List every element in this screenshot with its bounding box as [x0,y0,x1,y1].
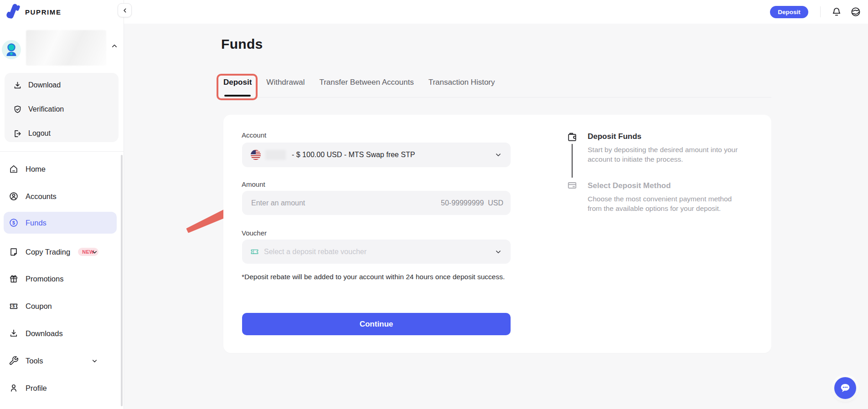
funds-dollar-icon: $ [9,218,19,228]
account-select-value: - $ 100.00 USD - MTS Swap free STP [292,151,415,159]
puprime-logo-icon [5,4,21,20]
sidebar-item-home[interactable]: Home [0,159,119,179]
sidebar-item-label: Home [26,165,46,174]
us-flag-icon [251,150,261,160]
deposit-rebate-note: *Deposit rebate will be added to your ac… [242,273,505,281]
language-globe-icon[interactable] [850,6,862,18]
wrench-icon [9,356,19,366]
amount-range-hint: 50-99999999 USD [441,199,511,207]
live-chat-button[interactable] [834,377,856,399]
sidebar-item-funds[interactable]: $ Funds [4,212,117,234]
menu-item-label: Verification [28,105,64,113]
menu-item-download[interactable]: Download [13,78,61,92]
tab-withdrawal[interactable]: Withdrawal [266,78,305,87]
sidebar-item-accounts[interactable]: Accounts [0,186,119,206]
account-number-redacted [265,150,286,160]
chevron-up-icon[interactable] [110,42,119,50]
select-deposit-method-step-icon [567,180,578,191]
user-avatar[interactable] [2,40,21,59]
menu-item-verification[interactable]: Verification [13,102,64,116]
amount-field: 50-99999999 USD [242,191,511,215]
sidebar-item-label: Promotions [26,275,63,283]
step-connector-line [572,144,573,178]
topbar-actions: Deposit [770,0,862,24]
menu-item-label: Download [28,81,61,89]
sidebar-item-coupon[interactable]: $ Coupon [0,296,119,316]
account-select[interactable]: - $ 100.00 USD - MTS Swap free STP [242,143,511,167]
sidebar-item-label: Downloads [26,329,63,338]
tabs-divider [222,97,771,97]
sidebar-item-label: Accounts [26,192,57,201]
chevron-down-icon [91,357,98,365]
voucher-select-placeholder: Select a deposit rebate voucher [264,248,367,256]
menu-item-logout[interactable]: Logout [13,127,51,140]
voucher-ticket-icon [250,247,259,256]
sidebar-item-label: Tools [26,357,43,365]
sidebar-item-label: Copy Trading [26,248,70,256]
deposit-funds-step-icon [567,132,578,143]
profile-dropdown-menu: Download Verification Logout [5,73,119,142]
active-tab-underline [224,95,251,97]
coupon-ticket-icon: $ [9,301,19,311]
notifications-bell-icon[interactable] [831,6,842,18]
home-icon [9,164,19,174]
sidebar-item-downloads[interactable]: Downloads [0,323,119,343]
tab-transfer-between-accounts[interactable]: Transfer Between Accounts [319,78,413,87]
sidebar-item-label: Coupon [26,302,52,311]
download-icon [13,81,22,90]
step-title-select-deposit-method: Select Deposit Method [588,181,671,190]
puprime-logo: PUPRIME [5,4,62,20]
logout-icon [13,129,22,138]
shield-check-icon [13,105,22,114]
account-label: Account [242,131,266,139]
chevron-left-icon [121,7,129,14]
step-title-deposit-funds: Deposit Funds [588,132,641,141]
page-title: Funds [221,36,263,52]
chat-bubble-icon [839,382,852,394]
step-desc-select-deposit-method: Choose the most convenient payment metho… [588,194,743,213]
continue-button[interactable]: Continue [242,313,511,335]
topbar-deposit-button[interactable]: Deposit [770,6,808,18]
sidebar-scrollbar[interactable] [121,155,123,406]
svg-text:$: $ [12,220,15,225]
copy-trading-icon [9,247,19,257]
gift-icon [9,274,19,284]
topbar-divider [820,6,821,17]
funds-tabs: Deposit Withdrawal Transfer Between Acco… [223,78,495,87]
sidebar-item-label: Funds [26,219,46,227]
username-redacted [26,30,106,66]
chevron-down-icon [91,248,98,256]
sidebar-item-promotions[interactable]: Promotions [0,269,119,289]
deposit-card: Account - $ 100.00 USD - MTS Swap free S… [223,115,771,353]
voucher-label: Voucher [242,229,267,237]
sidebar-item-copy-trading[interactable]: Copy Trading NEW [0,242,119,262]
sidebar-collapse-button[interactable] [118,3,132,17]
tab-deposit[interactable]: Deposit [223,78,252,87]
sidebar-border [124,0,124,409]
sidebar-item-label: Profile [26,384,47,393]
brand-name: PUPRIME [25,8,62,16]
sidebar-item-tools[interactable]: Tools [0,351,119,371]
sidebar-item-profile[interactable]: Profile [0,378,119,398]
download-icon [9,328,19,338]
sidebar-divider [0,151,124,152]
step-desc-deposit-funds: Start by depositing the desired amount i… [588,145,743,164]
chevron-down-icon [494,151,502,159]
tab-transaction-history[interactable]: Transaction History [429,78,495,87]
amount-input[interactable] [242,199,441,207]
menu-item-label: Logout [28,129,51,138]
svg-text:$: $ [13,304,15,308]
amount-label: Amount [242,180,265,188]
sidebar: Download Verification Logout [0,24,124,409]
person-icon [9,383,19,393]
accounts-icon [9,191,19,201]
voucher-select[interactable]: Select a deposit rebate voucher [242,240,511,264]
chevron-down-icon [494,248,502,256]
app-window: PUPRIME Deposit [0,0,868,409]
main-content: Funds Deposit Withdrawal Transfer Betwee… [124,24,868,409]
